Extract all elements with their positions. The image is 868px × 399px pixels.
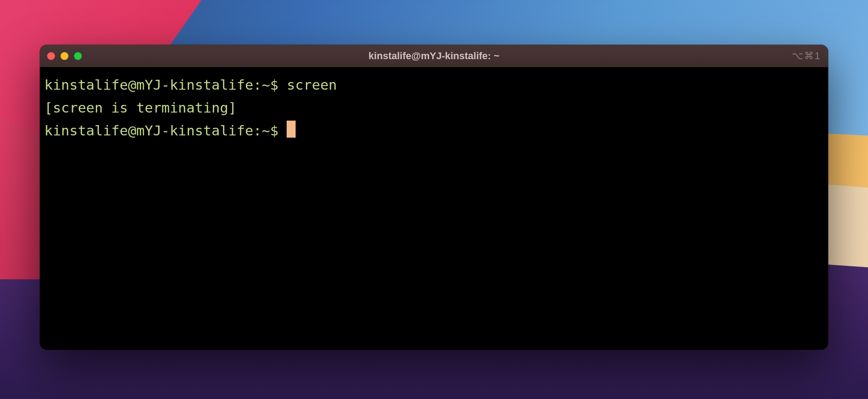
- terminal-line: kinstalife@mYJ-kinstalife:~$: [44, 119, 824, 142]
- traffic-lights: [47, 52, 82, 60]
- close-button[interactable]: [47, 52, 55, 60]
- zoom-button[interactable]: [74, 52, 82, 60]
- terminal-cursor: [287, 121, 296, 138]
- shortcut-indicator: ⌥⌘1: [792, 50, 821, 62]
- terminal-body[interactable]: kinstalife@mYJ-kinstalife:~$ screen [scr…: [40, 67, 828, 350]
- terminal-line: [screen is terminating]: [44, 96, 824, 119]
- window-title: kinstalife@mYJ-kinstalife: ~: [369, 50, 499, 62]
- shell-command: screen: [287, 77, 337, 93]
- window-titlebar[interactable]: kinstalife@mYJ-kinstalife: ~ ⌥⌘1: [40, 45, 828, 67]
- shell-prompt: kinstalife@mYJ-kinstalife:~$: [44, 122, 287, 139]
- terminal-window: kinstalife@mYJ-kinstalife: ~ ⌥⌘1 kinstal…: [40, 45, 828, 350]
- shell-output: [screen is terminating]: [44, 100, 236, 116]
- minimize-button[interactable]: [60, 52, 69, 60]
- terminal-line: kinstalife@mYJ-kinstalife:~$ screen: [44, 74, 824, 96]
- shell-prompt: kinstalife@mYJ-kinstalife:~$: [44, 77, 287, 93]
